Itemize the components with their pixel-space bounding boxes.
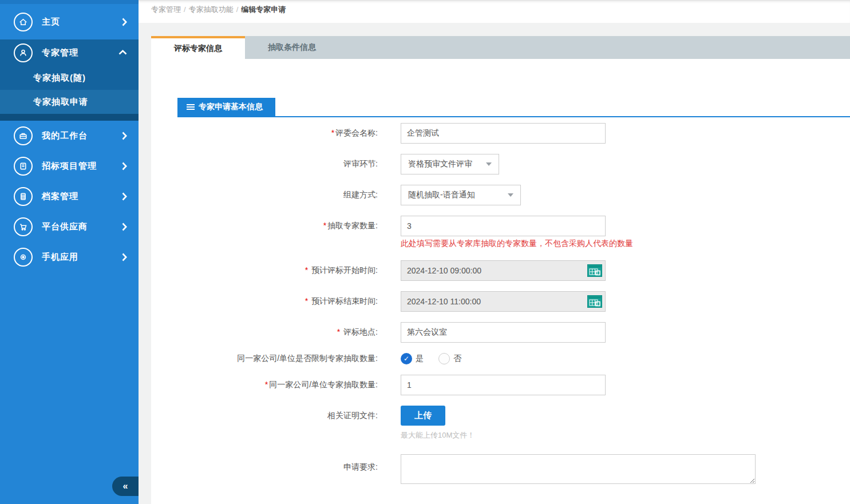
committee-name-input[interactable] <box>401 123 606 144</box>
date-value: 2024-12-10 11:00:00 <box>407 297 481 306</box>
limit-company-radio-group: 是 否 <box>401 353 461 364</box>
sidebar-subitem-extraction-application[interactable]: 专家抽取申请 <box>0 90 139 114</box>
field-label: * 评标地点: <box>151 327 401 338</box>
sidebar-item-label: 我的工作台 <box>42 130 88 141</box>
field-location: * 评标地点: <box>151 322 850 343</box>
dropdown-arrow-icon <box>486 162 492 166</box>
sidebar-item-label: 专家管理 <box>42 47 78 58</box>
section-header: 专家申请基本信息 <box>177 98 850 117</box>
sidebar-item-workbench[interactable]: 我的工作台 <box>0 121 139 151</box>
field-label: 组建方式: <box>151 190 401 200</box>
tab-extraction-conditions[interactable]: 抽取条件信息 <box>245 36 339 59</box>
mobile-app-icon <box>14 248 33 267</box>
company-count-input[interactable] <box>401 375 606 395</box>
sidebar-item-expert-management[interactable]: 专家管理 <box>0 39 139 66</box>
formation-method-select[interactable]: 随机抽取-语音通知 <box>401 185 521 205</box>
field-label: *评委会名称: <box>151 128 401 138</box>
select-value: 资格预审文件评审 <box>408 159 472 169</box>
section-title: 专家申请基本信息 <box>199 102 263 112</box>
breadcrumb-extraction-function[interactable]: 专家抽取功能 <box>189 5 234 14</box>
cart-icon <box>14 217 33 236</box>
select-value: 随机抽取-语音通知 <box>408 190 475 200</box>
sidebar-item-label: 招标项目管理 <box>42 161 97 172</box>
sidebar-subitem-expert-extraction[interactable]: 专家抽取(随) <box>0 66 139 90</box>
review-stage-select[interactable]: 资格预审文件评审 <box>401 154 499 174</box>
required-marker: * <box>323 221 326 230</box>
calendar-icon[interactable] <box>587 264 602 277</box>
sidebar-item-label: 手机应用 <box>42 252 78 263</box>
location-input[interactable] <box>401 322 606 343</box>
field-label: *同一家公司/单位专家抽取数量: <box>151 380 401 390</box>
home-icon <box>14 13 33 31</box>
sidebar-item-label: 平台供应商 <box>42 221 88 232</box>
radio-unchecked-icon <box>438 353 450 364</box>
breadcrumb-current-page: 编辑专家申请 <box>241 5 286 14</box>
radio-label: 是 <box>416 354 424 364</box>
required-marker: * <box>337 327 342 336</box>
archive-icon <box>14 187 33 206</box>
requirements-textarea[interactable] <box>401 454 756 484</box>
tab-label: 抽取条件信息 <box>268 42 316 53</box>
sidebar-item-archives[interactable]: 档案管理 <box>0 181 139 212</box>
field-certificate: 相关证明文件: 上传 最大能上传10M文件！ <box>151 406 850 440</box>
list-icon <box>187 104 195 110</box>
radio-option-yes[interactable]: 是 <box>401 353 424 364</box>
tab-label: 评标专家信息 <box>174 43 222 54</box>
submenu-label: 专家抽取(随) <box>33 73 86 84</box>
field-requirements: 申请要求: <box>151 454 850 484</box>
document-icon <box>14 157 33 176</box>
start-time-input[interactable]: 2024-12-10 09:00:00 <box>401 260 606 281</box>
dropdown-arrow-icon <box>508 193 513 197</box>
main-area: 专家管理/专家抽取功能/编辑专家申请 评标专家信息 抽取条件信息 专家申请基本信… <box>139 0 850 504</box>
field-label: *抽取专家数量: <box>151 221 401 231</box>
end-time-input[interactable]: 2024-12-10 11:00:00 <box>401 291 606 312</box>
field-committee-name: *评委会名称: <box>151 123 850 144</box>
sidebar-item-home[interactable]: 主页 <box>0 4 139 39</box>
sidebar-item-bidding-projects[interactable]: 招标项目管理 <box>0 151 139 181</box>
field-label: 相关证明文件: <box>151 406 401 421</box>
sidebar-item-label: 档案管理 <box>42 191 78 202</box>
sidebar-item-label: 主页 <box>42 17 60 27</box>
tab-expert-info[interactable]: 评标专家信息 <box>151 36 245 59</box>
field-limit-company: 同一家公司/单位是否限制专家抽取数量: 是 否 <box>151 353 850 364</box>
field-company-count: *同一家公司/单位专家抽取数量: <box>151 375 850 395</box>
field-label: * 预计评标开始时间: <box>151 265 401 276</box>
breadcrumb: 专家管理/专家抽取功能/编辑专家申请 <box>139 0 850 23</box>
expert-icon <box>14 43 33 62</box>
sidebar-group-expert-management: 专家管理 专家抽取(随) 专家抽取申请 <box>0 39 139 114</box>
sidebar-collapse-button[interactable]: « <box>112 477 139 496</box>
radio-checked-icon <box>401 353 412 364</box>
breadcrumb-separator: / <box>184 5 186 14</box>
breadcrumb-expert-management[interactable]: 专家管理 <box>151 5 181 14</box>
content-panel: 评标专家信息 抽取条件信息 专家申请基本信息 *评委会名称: <box>151 36 850 504</box>
field-label: * 预计评标结束时间: <box>151 296 401 307</box>
radio-label: 否 <box>453 354 461 364</box>
sidebar-item-suppliers[interactable]: 平台供应商 <box>0 212 139 242</box>
field-label: 同一家公司/单位是否限制专家抽取数量: <box>151 354 401 364</box>
submenu-label: 专家抽取申请 <box>33 97 88 108</box>
required-marker: * <box>305 296 310 305</box>
field-start-time: * 预计评标开始时间: 2024-12-10 09:00:00 <box>151 260 850 281</box>
briefcase-icon <box>14 126 33 145</box>
expert-count-input[interactable] <box>401 216 606 236</box>
calendar-icon[interactable] <box>587 295 602 308</box>
expert-count-hint: 此处填写需要从专家库抽取的专家数量，不包含采购人代表的数量 <box>401 239 633 249</box>
upload-button[interactable]: 上传 <box>401 406 445 426</box>
tab-bar: 评标专家信息 抽取条件信息 <box>151 36 850 59</box>
required-marker: * <box>305 265 310 275</box>
field-formation-method: 组建方式: 随机抽取-语音通知 <box>151 185 850 205</box>
chevron-right-icon <box>122 132 127 140</box>
chevron-right-icon <box>122 253 127 261</box>
field-label: 评审环节: <box>151 159 401 169</box>
field-review-stage: 评审环节: 资格预审文件评审 <box>151 154 850 174</box>
sidebar-item-mobile-app[interactable]: 手机应用 <box>0 242 139 272</box>
date-value: 2024-12-10 09:00:00 <box>407 266 481 275</box>
required-marker: * <box>331 128 334 137</box>
field-label: 申请要求: <box>151 454 401 473</box>
sidebar-top-strip <box>0 0 139 4</box>
radio-option-no[interactable]: 否 <box>438 353 461 364</box>
chevron-up-icon <box>118 50 127 55</box>
required-marker: * <box>265 380 268 389</box>
field-expert-count: *抽取专家数量: <box>151 216 850 236</box>
collapse-icon: « <box>123 481 128 491</box>
